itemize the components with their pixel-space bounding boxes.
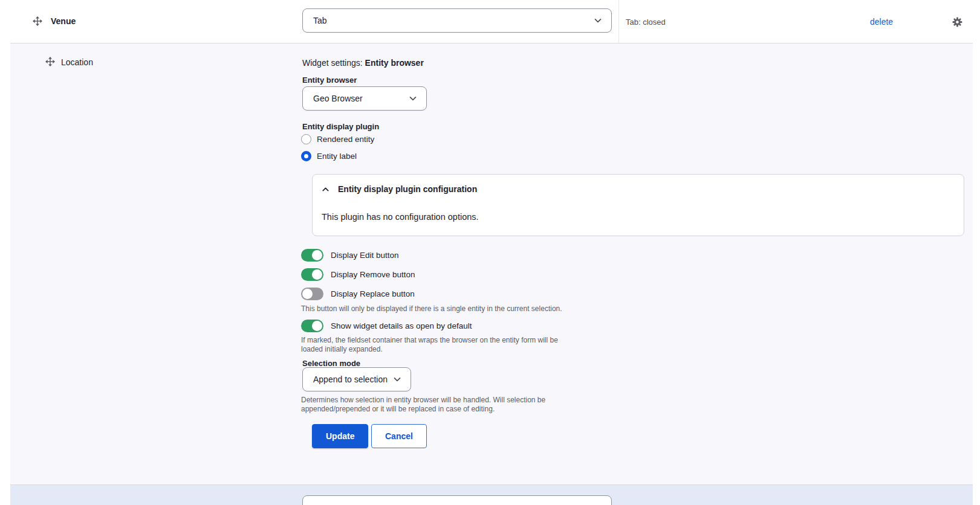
toggle-label: Display Remove button — [331, 270, 415, 279]
cell-divider — [618, 0, 619, 43]
plugin-config-title: Entity display plugin configuration — [338, 184, 477, 194]
radio-label: Rendered entity — [317, 135, 374, 144]
form-display-page: Venue Tab Tab: closed delete — [0, 0, 980, 505]
widget-settings-button[interactable] — [952, 17, 962, 30]
toggle-switch[interactable] — [301, 288, 323, 300]
location-drag-handle[interactable] — [45, 57, 55, 69]
chevron-down-icon — [408, 94, 418, 103]
chevron-up-icon — [321, 185, 330, 194]
toggle-knob — [312, 321, 322, 331]
delete-link[interactable]: delete — [870, 17, 893, 27]
toggle-switch[interactable] — [301, 320, 323, 332]
chevron-down-icon — [593, 16, 603, 25]
selection-mode-label: Selection mode — [302, 359, 360, 368]
gear-icon — [952, 17, 962, 27]
venue-widget-select-value: Tab — [313, 16, 327, 25]
widget-settings-title: Widget settings:Entity browser — [302, 58, 424, 68]
move-cross-icon — [33, 16, 42, 26]
venue-widget-select[interactable]: Tab — [302, 8, 612, 33]
widget-status-summary: Tab: closed — [626, 18, 666, 27]
venue-field-label: Venue — [51, 16, 76, 26]
replace-button-description: This button will only be displayed if th… — [301, 304, 724, 314]
toggle-switch[interactable] — [301, 268, 323, 281]
radio-entity-label[interactable]: Entity label — [301, 151, 357, 161]
toggle-switch[interactable] — [301, 249, 323, 262]
plugin-config-details: Entity display plugin configuration This… — [312, 174, 964, 236]
entity-browser-label: Entity browser — [302, 76, 357, 85]
toggle-knob — [312, 250, 322, 260]
toggle-row-display-replace: Display Replace button — [301, 288, 415, 300]
next-row-widget-select[interactable] — [302, 495, 612, 505]
widget-settings-panel — [10, 43, 973, 484]
selection-mode-select-value: Append to selection — [313, 375, 388, 384]
entity-browser-select-value: Geo Browser — [313, 94, 363, 103]
radio-icon[interactable] — [301, 134, 311, 144]
toggle-knob — [312, 269, 322, 280]
toggle-row-display-remove: Display Remove button — [301, 268, 415, 281]
update-button[interactable]: Update — [312, 424, 368, 448]
entity-browser-select[interactable]: Geo Browser — [302, 86, 427, 111]
move-cross-icon — [45, 57, 55, 66]
plugin-config-body: This plugin has no configuration options… — [322, 212, 479, 222]
show-widget-details-description: If marked, the fieldset container that w… — [301, 336, 580, 353]
widget-settings-title-prefix: Widget settings: — [302, 58, 363, 68]
selection-mode-description: Determines how selection in entity brows… — [301, 396, 574, 413]
selection-mode-select[interactable]: Append to selection — [302, 367, 411, 391]
cancel-button[interactable]: Cancel — [371, 424, 427, 448]
chevron-down-icon — [392, 375, 402, 384]
toggle-label: Display Replace button — [331, 289, 415, 298]
toggle-knob — [302, 289, 313, 299]
plugin-config-summary[interactable]: Entity display plugin configuration — [321, 184, 477, 194]
entity-display-plugin-label: Entity display plugin — [302, 122, 379, 131]
location-field-label: Location — [61, 57, 93, 67]
toggle-label: Show widget details as open by default — [331, 321, 472, 330]
radio-rendered-entity[interactable]: Rendered entity — [301, 134, 374, 144]
toggle-label: Display Edit button — [331, 251, 399, 260]
radio-icon[interactable] — [301, 151, 311, 161]
radio-label: Entity label — [317, 152, 357, 161]
venue-drag-handle[interactable] — [33, 16, 42, 28]
toggle-row-display-edit: Display Edit button — [301, 249, 399, 262]
toggle-row-show-widget-details: Show widget details as open by default — [301, 320, 472, 332]
widget-settings-title-widget: Entity browser — [365, 58, 424, 68]
